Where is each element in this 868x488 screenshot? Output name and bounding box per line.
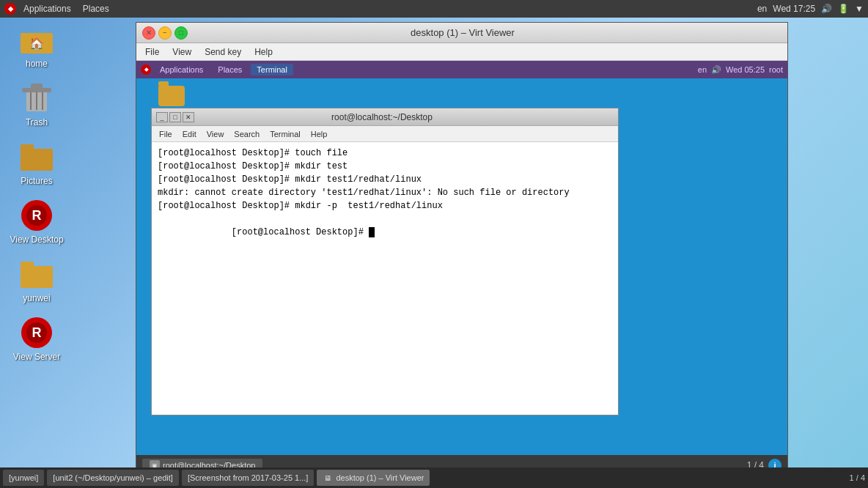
- host-volume-icon[interactable]: 🔊: [821, 4, 832, 14]
- virt-viewer-menubar: File View Send key Help: [136, 43, 787, 61]
- desktop-icon-view-desktop[interactable]: R View Desktop: [7, 198, 66, 245]
- host-taskbar: [yunwei] [unit2 (~/Desktop/yunwei) – ged…: [0, 467, 868, 488]
- taskbar-virt-icon: 🖥: [323, 473, 333, 483]
- desktop-icon-yunwei[interactable]: yunwei: [7, 256, 66, 303]
- host-taskbar-page: 1 / 4: [850, 473, 865, 482]
- virt-viewer-window: ✕ − □ desktop (1) – Virt Viewer File Vie…: [136, 22, 788, 476]
- taskbar-virt-label: desktop (1) – Virt Viewer: [336, 473, 424, 482]
- terminal-titlebar: _ □ ✕ root@localhost:~/Desktop: [152, 108, 618, 126]
- taskbar-yunwei-label: [yunwei]: [9, 473, 38, 482]
- host-taskbar-right: 1 / 4: [850, 473, 865, 482]
- host-topbar: ◆ Applications Places en Wed 17:25 🔊 🔋 ▼: [0, 0, 868, 18]
- view-desktop-icon-label: View Desktop: [10, 234, 63, 245]
- taskbar-item-virt-viewer[interactable]: 🖥 desktop (1) – Virt Viewer: [317, 470, 430, 486]
- host-topbar-right: en Wed 17:25 🔊 🔋 ▼: [757, 4, 864, 14]
- terminal-line-6: [root@localhost Desktop]#: [158, 212, 612, 252]
- host-menu-icon[interactable]: ▼: [855, 4, 864, 14]
- guest-topbar: ◆ Applications Places Terminal en 🔊 Wed …: [136, 61, 787, 78]
- guest-rhel-icon: ◆: [141, 64, 151, 75]
- terminal-menu-search[interactable]: Search: [229, 128, 264, 140]
- guest-user: root: [769, 65, 783, 74]
- home-folder-icon: 🏠: [19, 22, 54, 57]
- terminal-content[interactable]: [root@localhost Desktop]# touch file [ro…: [152, 142, 618, 415]
- yunwei-folder-icon: [19, 256, 54, 292]
- virt-menu-help[interactable]: Help: [249, 45, 279, 59]
- host-battery-icon: 🔋: [838, 4, 849, 14]
- terminal-line-2: [root@localhost Desktop]# mkdir test: [158, 160, 612, 173]
- taskbar-item-unit2[interactable]: [unit2 (~/Desktop/yunwei) – gedit]: [47, 470, 179, 486]
- terminal-menu-help[interactable]: Help: [306, 128, 332, 140]
- guest-applications-menu[interactable]: Applications: [154, 64, 209, 75]
- virt-menu-view[interactable]: View: [166, 45, 197, 59]
- terminal-menu-edit[interactable]: Edit: [178, 128, 201, 140]
- taskbar-unit2-label: [unit2 (~/Desktop/yunwei) – gedit]: [53, 473, 173, 482]
- desktop-icon-trash[interactable]: Trash: [7, 81, 66, 127]
- host-places-menu[interactable]: Places: [78, 2, 114, 15]
- taskbar-item-screenshot[interactable]: [Screenshot from 2017-03-25 1...]: [182, 470, 314, 486]
- terminal-cursor: [369, 227, 375, 237]
- terminal-menu-file[interactable]: File: [155, 128, 177, 140]
- virt-viewer-titlebar: ✕ − □ desktop (1) – Virt Viewer: [136, 23, 787, 43]
- virt-viewer-window-controls: ✕ − □: [142, 26, 188, 40]
- virt-viewer-title: desktop (1) – Virt Viewer: [188, 27, 738, 38]
- svg-rect-10: [21, 144, 34, 150]
- terminal-window: _ □ ✕ root@localhost:~/Desktop File Edit…: [151, 108, 619, 415]
- virt-menu-file[interactable]: File: [139, 45, 165, 59]
- taskbar-screenshot-label: [Screenshot from 2017-03-25 1...]: [188, 473, 308, 482]
- guest-time: Wed 05:25: [726, 65, 765, 74]
- desktop-icon-view-server[interactable]: R View Server: [7, 315, 66, 362]
- terminal-close-button[interactable]: ✕: [183, 112, 194, 122]
- terminal-menu-terminal[interactable]: Terminal: [265, 128, 305, 140]
- svg-text:🏠: 🏠: [29, 37, 44, 51]
- redhat-logo: ◆: [4, 3, 16, 15]
- guest-volume-icon[interactable]: 🔊: [711, 65, 721, 75]
- view-desktop-icon: R: [19, 198, 54, 233]
- svg-text:R: R: [32, 208, 42, 223]
- guest-lang: en: [698, 65, 707, 74]
- terminal-window-controls: _ □ ✕: [156, 112, 194, 122]
- guest-vm: ◆ Applications Places Terminal en 🔊 Wed …: [136, 61, 787, 455]
- terminal-maximize-button[interactable]: □: [169, 112, 181, 122]
- host-desktop: ◆ Applications Places en Wed 17:25 🔊 🔋 ▼…: [0, 0, 868, 488]
- pictures-icon-label: Pictures: [21, 176, 52, 186]
- svg-rect-5: [31, 84, 43, 89]
- svg-rect-9: [21, 149, 53, 171]
- virt-minimize-button[interactable]: −: [158, 26, 172, 40]
- virt-close-button[interactable]: ✕: [142, 26, 155, 40]
- host-time: Wed 17:25: [773, 4, 815, 14]
- host-lang: en: [757, 4, 767, 14]
- trash-icon: [19, 81, 54, 116]
- desktop-icon-home[interactable]: 🏠 home: [7, 22, 66, 69]
- terminal-title: root@localhost:~/Desktop: [194, 112, 570, 122]
- home-icon-label: home: [26, 59, 48, 69]
- guest-topbar-left: ◆ Applications Places Terminal: [141, 64, 293, 75]
- host-topbar-left: ◆ Applications Places: [4, 2, 114, 15]
- taskbar-item-yunwei[interactable]: [yunwei]: [3, 470, 44, 486]
- terminal-menu-view[interactable]: View: [202, 128, 229, 140]
- view-server-icon: R: [19, 315, 54, 350]
- host-applications-menu[interactable]: Applications: [19, 2, 76, 15]
- pictures-folder-icon: [19, 139, 54, 174]
- desktop-icons: 🏠 home Trash: [7, 22, 66, 362]
- terminal-line-5: [root@localhost Desktop]# mkdir -p test1…: [158, 199, 612, 212]
- trash-icon-label: Trash: [26, 117, 48, 127]
- terminal-line-4: mkdir: cannot create directory 'test1/re…: [158, 186, 612, 199]
- desktop-icon-pictures[interactable]: Pictures: [7, 139, 66, 186]
- guest-desktop: Desktop _ □ ✕ root@localhost:~/Desktop: [136, 78, 787, 455]
- terminal-line-3: [root@localhost Desktop]# mkdir test1/re…: [158, 173, 612, 186]
- svg-text:R: R: [32, 325, 42, 340]
- terminal-menubar: File Edit View Search Terminal Help: [152, 126, 618, 142]
- guest-topbar-right: en 🔊 Wed 05:25 root: [698, 65, 783, 75]
- guest-terminal-tab[interactable]: Terminal: [251, 64, 293, 75]
- svg-rect-14: [21, 266, 53, 288]
- terminal-minimize-button[interactable]: _: [156, 112, 168, 122]
- guest-places-menu[interactable]: Places: [212, 64, 248, 75]
- terminal-line-1: [root@localhost Desktop]# touch file: [158, 147, 612, 160]
- virt-menu-send-key[interactable]: Send key: [199, 45, 247, 59]
- yunwei-icon-label: yunwei: [23, 293, 50, 303]
- virt-maximize-button[interactable]: □: [174, 26, 188, 40]
- guest-folder-icon: [158, 86, 185, 106]
- view-server-icon-label: View Server: [13, 352, 60, 362]
- svg-rect-15: [21, 262, 34, 267]
